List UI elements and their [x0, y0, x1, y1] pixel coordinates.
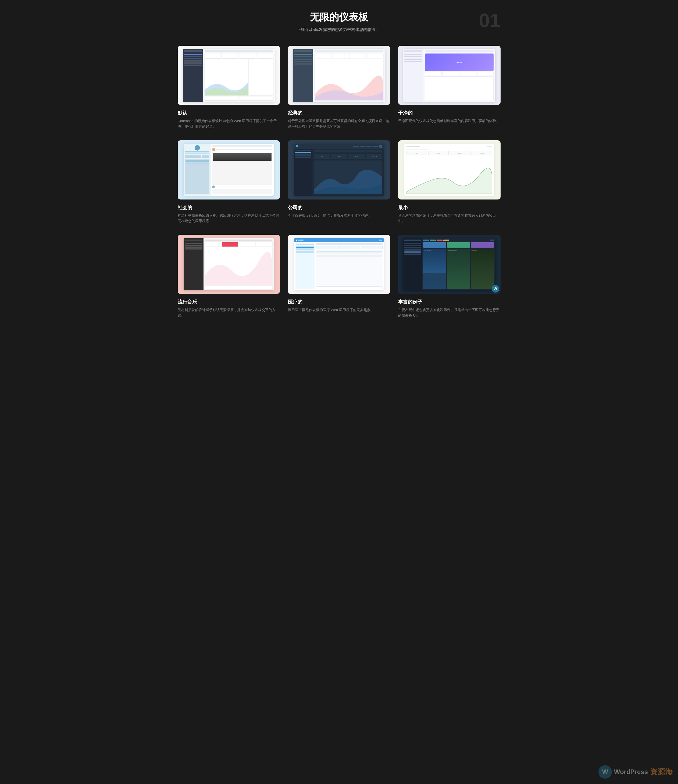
card-social: 社会的 构建社交仪表板应该不难。它应该很容易，这样您就可以花更多时间构建您的应用…: [178, 140, 280, 224]
card-classic: 经典的 对于要处理大量数据并需要其可以获得的所有空间的项目来说，这是一种经典且经…: [288, 46, 390, 129]
thumb-default[interactable]: [178, 46, 280, 105]
card-rich-title: 丰富的例子: [398, 299, 500, 305]
card-rich: Travel the world Inspiring Solutions Alt…: [398, 235, 500, 319]
card-classic-desc: 对于要处理大量数据并需要其可以获得的所有空间的项目来说，这是一种经典且经过充分测…: [288, 118, 390, 129]
thumb-medical[interactable]: [288, 235, 390, 294]
thumb-classic[interactable]: [288, 46, 390, 105]
thumb-music[interactable]: [178, 235, 280, 294]
page-subtitle: 利用代码库发挥您的想象力来构建您的想法。: [178, 27, 501, 32]
card-default-desc: Codebase 的原始仪表板设计为您的 Web 应用程序提供了一个干净、现代且…: [178, 118, 280, 129]
wp-logo-icon: W: [492, 285, 499, 292]
card-default: 默认 Codebase 的原始仪表板设计为您的 Web 应用程序提供了一个干净、…: [178, 46, 280, 129]
card-medical: 医疗的 展示医生概览仪表板的医疗 Web 应用程序的完美起点。: [288, 235, 390, 319]
card-medical-desc: 展示医生概览仪表板的医疗 Web 应用程序的完美起点。: [288, 307, 390, 313]
card-corporate-desc: 企业仪表板设计现代、简洁，并激发您对企业的信任。: [288, 213, 390, 219]
page-header: 01 无限的仪表板 利用代码库发挥您的想象力来构建您的想法。: [178, 11, 501, 32]
section-number: 01: [479, 11, 500, 30]
card-social-desc: 构建社交仪表板应该不难。它应该很容易，这样您就可以花更多时间构建您的应用程序。: [178, 213, 280, 224]
card-default-title: 默认: [178, 110, 280, 116]
card-music: 流行音乐 受材料启发的设计赋予默认元素深度，并改变与仪表板交互的方式。: [178, 235, 280, 319]
card-clean: Dashboard 干净的 干净而现代的: [398, 46, 500, 129]
card-medical-title: 医疗的: [288, 299, 390, 305]
thumb-corporate[interactable]: 78 $880 $4,500 $19,700: [288, 140, 390, 199]
card-clean-desc: 干净而现代的仪表板使您能够创建丰富的内容和用户驱动的体验。: [398, 118, 500, 124]
thumb-minimal[interactable]: $969 $1,350 $15,500 $19,600: [398, 140, 500, 199]
thumb-clean[interactable]: Dashboard: [398, 46, 500, 105]
card-music-title: 流行音乐: [178, 299, 280, 305]
card-rich-desc: 主要布局中还包含更多变化和示例。只需单击一下即可构建您想要的仪表板 UI。: [398, 307, 500, 319]
card-corporate: 78 $880 $4,500 $19,700: [288, 140, 390, 224]
card-social-title: 社会的: [178, 204, 280, 211]
card-corporate-title: 公司的: [288, 204, 390, 211]
thumb-social[interactable]: [178, 140, 280, 199]
card-classic-title: 经典的: [288, 110, 390, 116]
card-minimal: $969 $1,350 $15,500 $19,600 最小 适合: [398, 140, 500, 224]
page-wrapper: 01 无限的仪表板 利用代码库发挥您的想象力来构建您的想法。: [178, 11, 501, 319]
page-title: 无限的仪表板: [178, 11, 501, 24]
thumb-rich[interactable]: Travel the world Inspiring Solutions Alt…: [398, 235, 500, 294]
card-minimal-desc: 适合您的超简约设计，您重视简单性并希望将其融入到您的项目中。: [398, 213, 500, 224]
card-minimal-title: 最小: [398, 204, 500, 211]
card-music-desc: 受材料启发的设计赋予默认元素深度，并改变与仪表板交互的方式。: [178, 307, 280, 319]
card-clean-title: 干净的: [398, 110, 500, 116]
dashboard-grid: 默认 Codebase 的原始仪表板设计为您的 Web 应用程序提供了一个干净、…: [178, 46, 501, 319]
